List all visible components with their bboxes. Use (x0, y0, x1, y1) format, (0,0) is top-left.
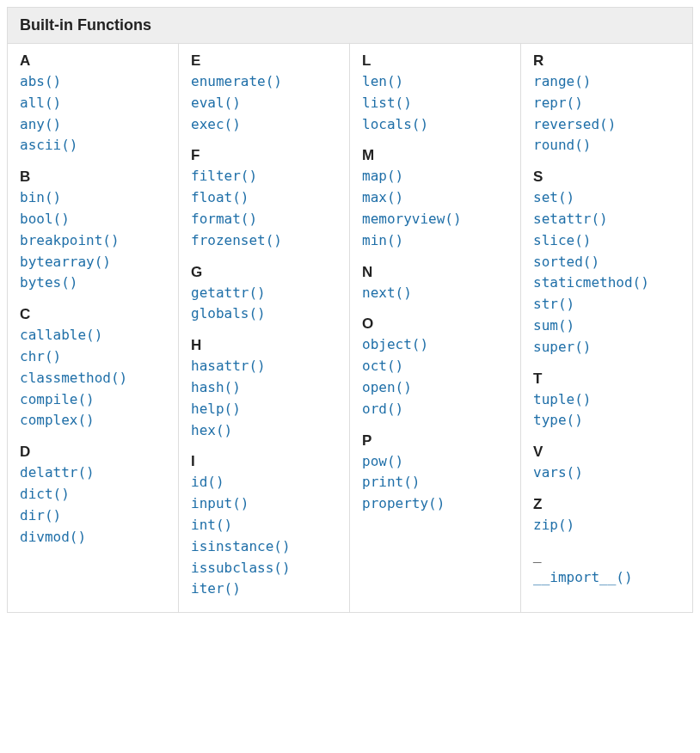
group-letter: Z (533, 496, 680, 513)
function-link[interactable]: any() (20, 114, 166, 136)
letter-group: Eenumerate()eval()exec() (191, 52, 337, 135)
function-link[interactable]: list() (362, 93, 508, 114)
function-link[interactable]: bin() (20, 187, 166, 209)
function-link[interactable]: float() (191, 187, 337, 209)
function-link[interactable]: filter() (191, 166, 337, 187)
function-link[interactable]: __import__() (533, 567, 680, 589)
function-link[interactable]: hasattr() (191, 356, 337, 377)
letter-group: Mmap()max()memoryview()min() (362, 147, 508, 251)
function-link[interactable]: reversed() (533, 114, 680, 136)
function-link[interactable]: complex() (20, 410, 166, 432)
function-link[interactable]: max() (362, 187, 508, 209)
function-link[interactable]: exec() (191, 114, 337, 136)
function-link[interactable]: all() (20, 93, 166, 114)
function-link[interactable]: callable() (20, 325, 166, 346)
function-link[interactable]: len() (362, 71, 508, 93)
function-link[interactable]: bytearray() (20, 252, 166, 273)
function-link[interactable]: memoryview() (362, 209, 508, 230)
function-link[interactable]: locals() (362, 114, 508, 136)
columns-container: Aabs()all()any()ascii()Bbin()bool()break… (8, 44, 692, 612)
function-link[interactable]: getattr() (191, 283, 337, 304)
function-link[interactable]: hash() (191, 377, 337, 399)
group-letter: N (362, 264, 508, 281)
group-letter: S (533, 168, 680, 186)
function-link[interactable]: eval() (191, 93, 337, 114)
group-letter: V (533, 444, 680, 461)
function-link[interactable]: object() (362, 334, 508, 356)
group-letter: B (20, 168, 166, 186)
function-link[interactable]: delattr() (20, 462, 166, 484)
function-link[interactable]: map() (362, 166, 508, 187)
function-link[interactable]: sum() (533, 315, 680, 337)
function-link[interactable]: repr() (533, 93, 680, 114)
group-letter: G (191, 264, 337, 281)
function-link[interactable]: print() (362, 472, 508, 493)
group-letter: I (191, 453, 337, 470)
function-link[interactable]: enumerate() (191, 71, 337, 93)
function-link[interactable]: hex() (191, 420, 337, 442)
function-link[interactable]: bytes() (20, 272, 166, 294)
function-link[interactable]: issubclass() (191, 558, 337, 579)
letter-group: ___import__() (533, 548, 680, 589)
function-link[interactable]: str() (533, 294, 680, 315)
function-link[interactable]: open() (362, 377, 508, 399)
function-link[interactable]: abs() (20, 71, 166, 93)
group-letter: T (533, 370, 680, 388)
function-link[interactable]: help() (191, 399, 337, 420)
function-link[interactable]: sorted() (533, 252, 680, 273)
function-link[interactable]: classmethod() (20, 368, 166, 389)
function-link[interactable]: slice() (533, 230, 680, 252)
function-link[interactable]: pow() (362, 451, 508, 473)
function-link[interactable]: format() (191, 209, 337, 230)
letter-group: Ffilter()float()format()frozenset() (191, 147, 337, 251)
function-link[interactable]: vars() (533, 462, 680, 484)
function-link[interactable]: property() (362, 493, 508, 515)
function-link[interactable]: oct() (362, 356, 508, 377)
function-link[interactable]: divmod() (20, 527, 166, 548)
function-link[interactable]: globals() (191, 303, 337, 325)
function-link[interactable]: bool() (20, 209, 166, 230)
column: Eenumerate()eval()exec()Ffilter()float()… (179, 44, 350, 612)
function-link[interactable]: breakpoint() (20, 230, 166, 252)
function-link[interactable]: id() (191, 472, 337, 493)
function-link[interactable]: staticmethod() (533, 272, 680, 294)
function-link[interactable]: round() (533, 135, 680, 156)
function-link[interactable]: frozenset() (191, 230, 337, 252)
function-link[interactable]: int() (191, 515, 337, 536)
function-link[interactable]: input() (191, 493, 337, 515)
function-link[interactable]: set() (533, 187, 680, 209)
letter-group: Zzip() (533, 496, 680, 536)
function-link[interactable]: ord() (362, 399, 508, 420)
function-link[interactable]: min() (362, 230, 508, 252)
group-letter: P (362, 432, 508, 450)
letter-group: Ggetattr()globals() (191, 264, 337, 326)
group-letter: D (20, 444, 166, 461)
function-link[interactable]: setattr() (533, 209, 680, 230)
group-letter: _ (533, 548, 680, 566)
group-letter: L (362, 52, 508, 70)
function-link[interactable]: type() (533, 410, 680, 432)
group-letter: O (362, 315, 508, 333)
letter-group: Llen()list()locals() (362, 52, 508, 135)
letter-group: Ddelattr()dict()dir()divmod() (20, 444, 166, 548)
function-link[interactable]: super() (533, 337, 680, 358)
function-link[interactable]: ascii() (20, 135, 166, 156)
function-link[interactable]: dict() (20, 484, 166, 505)
letter-group: Ppow()print()property() (362, 432, 508, 515)
function-link[interactable]: chr() (20, 346, 166, 368)
function-link[interactable]: next() (362, 283, 508, 304)
letter-group: Ttuple()type() (533, 370, 680, 432)
function-link[interactable]: iter() (191, 579, 337, 600)
letter-group: Ccallable()chr()classmethod()compile()co… (20, 306, 166, 432)
function-link[interactable]: compile() (20, 389, 166, 411)
function-link[interactable]: tuple() (533, 389, 680, 411)
builtin-functions-table: Built-in Functions Aabs()all()any()ascii… (7, 7, 693, 613)
letter-group: Iid()input()int()isinstance()issubclass(… (191, 453, 337, 600)
group-letter: H (191, 337, 337, 354)
function-link[interactable]: dir() (20, 505, 166, 527)
column: Llen()list()locals()Mmap()max()memoryvie… (350, 44, 521, 612)
table-title: Built-in Functions (8, 8, 692, 44)
function-link[interactable]: zip() (533, 515, 680, 536)
function-link[interactable]: range() (533, 71, 680, 93)
function-link[interactable]: isinstance() (191, 536, 337, 558)
